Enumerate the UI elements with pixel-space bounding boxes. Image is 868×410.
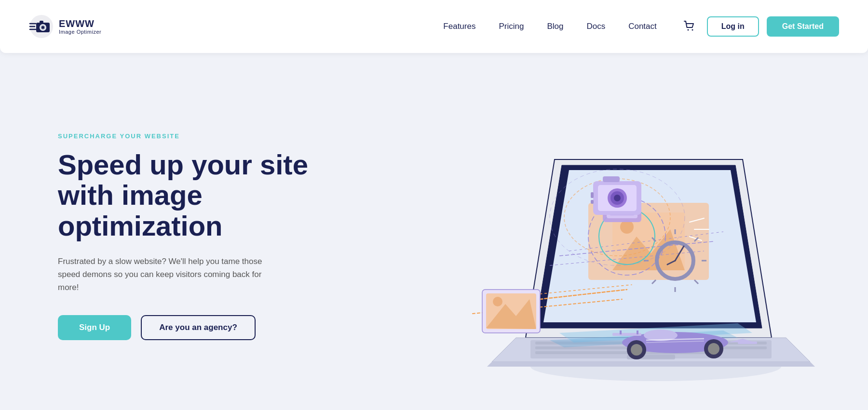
logo-link[interactable]: EWWW Image Optimizer	[29, 14, 101, 39]
hero-title: Speed up your site with image optimizati…	[58, 149, 309, 241]
svg-rect-54	[620, 331, 622, 334]
svg-rect-55	[637, 331, 638, 334]
nav-links: Features Pricing Blog Docs Contact	[443, 22, 656, 31]
logo-text: EWWW Image Optimizer	[59, 18, 101, 35]
logo-sub: Image Optimizer	[59, 29, 101, 35]
nav-actions: Log in Get Started	[680, 16, 839, 37]
svg-rect-56	[738, 342, 757, 344]
logo-icon	[29, 14, 54, 39]
signup-button[interactable]: Sign Up	[58, 315, 131, 340]
hero-section: SUPERCHARGE YOUR WEBSITE Speed up your s…	[0, 53, 868, 410]
nav-pricing[interactable]: Pricing	[499, 22, 524, 31]
svg-point-50	[493, 297, 502, 306]
svg-point-58	[631, 344, 642, 356]
svg-rect-70	[591, 200, 594, 204]
svg-rect-8	[40, 21, 43, 23]
hero-description: Frustrated by a slow website? We'll help…	[58, 255, 270, 294]
svg-point-15	[620, 220, 634, 234]
cart-icon[interactable]	[680, 17, 699, 36]
svg-point-60	[708, 343, 719, 355]
login-button[interactable]: Log in	[707, 16, 759, 37]
nav-blog[interactable]: Blog	[547, 22, 563, 31]
svg-point-67	[614, 195, 621, 201]
svg-point-10	[692, 29, 693, 31]
nav-docs[interactable]: Docs	[586, 22, 605, 31]
svg-rect-69	[591, 192, 594, 198]
nav-features[interactable]: Features	[443, 22, 475, 31]
hero-eyebrow: SUPERCHARGE YOUR WEBSITE	[58, 132, 309, 140]
hero-illustration	[328, 87, 839, 386]
agency-button[interactable]: Are you an agency?	[141, 315, 256, 340]
hero-buttons: Sign Up Are you an agency?	[58, 315, 309, 340]
hero-svg	[328, 87, 839, 386]
get-started-button[interactable]: Get Started	[767, 16, 839, 37]
hero-content: SUPERCHARGE YOUR WEBSITE Speed up your s…	[58, 132, 309, 341]
svg-point-7	[41, 26, 44, 29]
logo-brand: EWWW	[59, 18, 101, 29]
nav-contact[interactable]: Contact	[628, 22, 657, 31]
navigation: EWWW Image Optimizer Features Pricing Bl…	[0, 0, 868, 53]
svg-rect-68	[603, 176, 620, 182]
svg-point-9	[687, 29, 689, 31]
cart-svg	[683, 20, 696, 33]
